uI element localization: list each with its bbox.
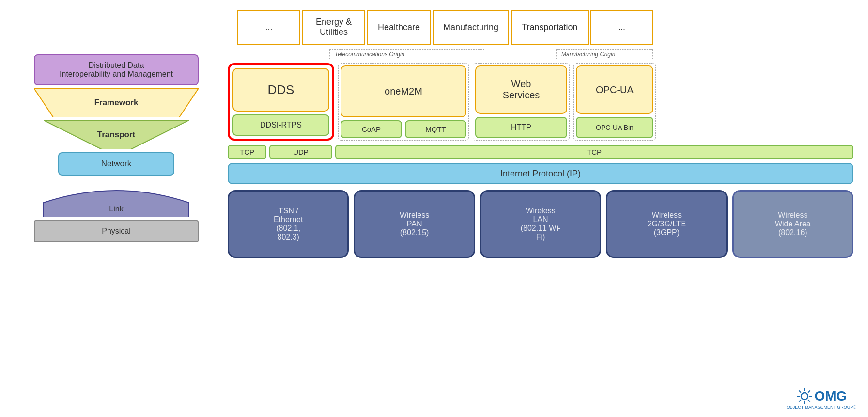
link-shape: Link	[34, 178, 199, 217]
opcua-col: OPC-UA OPC-UA Bin	[574, 63, 656, 141]
network-box: Network	[58, 152, 174, 176]
tech-wpan: Wireless PAN (802.15)	[354, 190, 475, 258]
sector-healthcare: Healthcare	[367, 10, 431, 45]
sector-transportation: Transportation	[511, 10, 588, 45]
sectors-row: ... Energy & Utilities Healthcare Manufa…	[237, 10, 853, 45]
tcp-udp-row: TCP UDP TCP	[228, 143, 853, 161]
tech-wlan: Wireless LAN (802.11 Wi- Fi)	[480, 190, 601, 258]
coap-box: CoAP	[341, 120, 402, 138]
mqtt-box: MQTT	[405, 120, 466, 138]
sector-energy: Energy & Utilities	[302, 10, 365, 45]
transport-label: Transport	[97, 130, 135, 140]
ddim-box: Distributed Data Interoperability and Ma…	[34, 54, 199, 85]
manufacturing-origin-label: Manufacturing Origin	[556, 49, 653, 59]
onem2m-box: oneM2M	[341, 65, 466, 117]
right-column: Telecommunications Origin Manufacturing …	[228, 49, 853, 407]
udp-box: UDP	[269, 145, 332, 159]
webservices-box: Web Services	[475, 65, 567, 114]
webservices-col: Web Services HTTP	[473, 63, 570, 141]
transport-shape: Transport	[44, 120, 189, 149]
bottom-tech-row: TSN / Ethernet (802.1, 802.3) Wireless P…	[228, 190, 853, 258]
content-area: Distributed Data Interoperability and Ma…	[15, 49, 853, 407]
tech-tsn: TSN / Ethernet (802.1, 802.3)	[228, 190, 349, 258]
main-container: ... Energy & Utilities Healthcare Manufa…	[0, 0, 868, 417]
opcua-box: OPC-UA	[576, 65, 653, 114]
framework-label: Framework	[94, 98, 139, 108]
link-label: Link	[109, 205, 123, 213]
dds-highlighted-container: DDS DDSI-RTPS	[228, 63, 334, 141]
tech-cellular: Wireless 2G/3G/LTE (3GPP)	[606, 190, 727, 258]
opcuabin-box: OPC-UA Bin	[576, 117, 653, 138]
middleware-row: DDS DDSI-RTPS oneM2M	[228, 63, 853, 141]
svg-line-9	[808, 391, 810, 393]
svg-line-10	[799, 400, 801, 401]
dds-box: DDS	[232, 68, 329, 112]
sector-manufacturing: Manufacturing	[433, 10, 509, 45]
telecom-origin-label: Telecommunications Origin	[329, 49, 484, 59]
sector-ellipsis1: ...	[237, 10, 300, 45]
ip-row: Internet Protocol (IP)	[228, 163, 853, 184]
tcp-small-box: TCP	[228, 145, 266, 159]
left-column: Distributed Data Interoperability and Ma…	[15, 49, 218, 407]
svg-line-7	[799, 391, 801, 393]
tech-wwa: Wireless Wide Area (802.16)	[732, 190, 853, 258]
omg-logo-subtext: OBJECT MANAGEMENT GROUP®	[787, 405, 856, 410]
svg-point-2	[801, 393, 808, 400]
framework-shape: Framework	[34, 88, 199, 117]
gear-icon	[796, 387, 813, 405]
omg-logo-text: OMG	[814, 388, 847, 404]
omg-logo: OMG OBJECT MANAGEMENT GROUP®	[787, 387, 856, 410]
http-box: HTTP	[475, 117, 567, 138]
ddsi-box: DDSI-RTPS	[232, 114, 329, 136]
physical-box: Physical	[34, 220, 199, 242]
svg-line-8	[808, 400, 810, 401]
sector-ellipsis2: ...	[590, 10, 653, 45]
tcp-large-box: TCP	[335, 145, 853, 159]
